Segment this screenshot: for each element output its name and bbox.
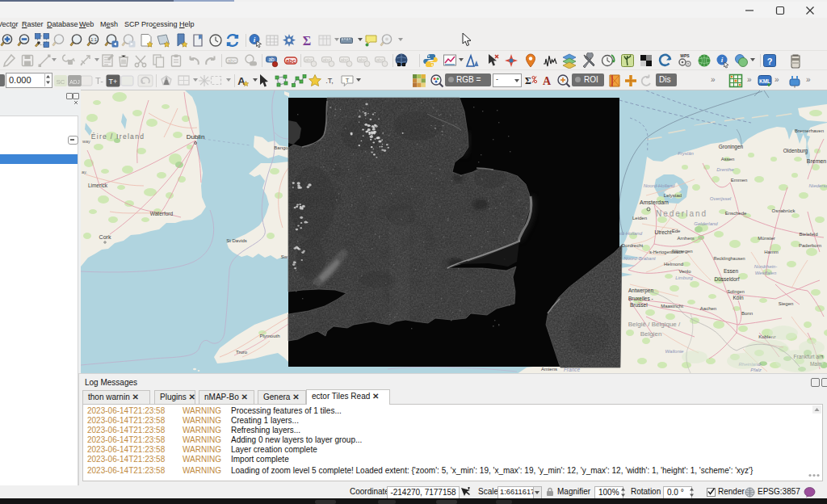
svg-text:Oldenburg: Oldenburg [783, 148, 808, 154]
svg-text:Helmond: Helmond [664, 262, 683, 267]
svg-text:Düsseldorf: Düsseldorf [714, 276, 739, 282]
svg-text:Solingen: Solingen [727, 289, 744, 294]
svg-text:Bonn: Bonn [741, 311, 753, 316]
svg-text:ADJ: ADJ [69, 79, 79, 85]
svg-text:.T,: .T, [325, 77, 334, 85]
svg-text:België / Belgique /: België / Belgique / [628, 321, 681, 328]
svg-text:abc: abc [286, 58, 296, 64]
svg-text:Bremen: Bremen [807, 158, 827, 164]
svg-text:St Davids: St Davids [226, 238, 247, 243]
svg-text:Ede: Ede [672, 229, 681, 233]
svg-text:Arnhem: Arnhem [677, 236, 694, 241]
svg-text:Hamm: Hamm [764, 250, 779, 254]
svg-text:Plymouth: Plymouth [259, 334, 279, 338]
svg-text:Münster: Münster [758, 236, 775, 241]
svg-text:Maastricht: Maastricht [661, 304, 683, 309]
svg-text:Amsterdam: Amsterdam [640, 200, 669, 205]
svg-text:Bangor: Bangor [274, 145, 289, 150]
svg-text:abc: abc [376, 57, 384, 62]
svg-text:Dordrecht: Dordrecht [622, 243, 644, 248]
svg-text:Aachen: Aachen [700, 306, 716, 311]
svg-text:Antwerpen: Antwerpen [628, 288, 653, 294]
svg-text:Recklinghausen: Recklinghausen [713, 256, 745, 261]
svg-text:s-Hertogenbosch: s-Hertogenbosch [649, 250, 683, 254]
svg-text:Limerick: Limerick [88, 183, 108, 188]
svg-text:Noord-Brabant: Noord-Brabant [623, 256, 656, 261]
svg-text:Utrecht: Utrecht [655, 229, 672, 235]
svg-text:ab: ab [268, 57, 275, 62]
svg-text:abc: abc [359, 57, 367, 62]
svg-text:Éire / Ireland: Éire / Ireland [91, 132, 145, 141]
svg-text:Brussel: Brussel [630, 302, 648, 308]
svg-text:?: ? [767, 57, 773, 66]
svg-text:Leiden: Leiden [632, 216, 647, 220]
svg-text:Cork: Cork [99, 234, 111, 240]
svg-text:Assen: Assen [721, 157, 735, 162]
svg-text:WPS: WPS [680, 53, 690, 58]
svg-text:A: A [543, 75, 552, 87]
svg-text:SC: SC [57, 78, 65, 86]
svg-text:Enschede: Enschede [725, 211, 747, 216]
svg-text:abc: abc [305, 57, 313, 62]
svg-text:T+: T+ [109, 78, 118, 86]
svg-text:Noord-Holland: Noord-Holland [644, 183, 675, 188]
svg-text:Groningen: Groningen [719, 144, 744, 150]
svg-text:KML: KML [759, 78, 770, 84]
svg-text:Nederland: Nederland [656, 209, 707, 218]
svg-text:Truro: Truro [236, 350, 248, 355]
svg-text:Nordrhein-: Nordrhein- [754, 264, 777, 269]
svg-text:way: way [82, 139, 90, 144]
svg-text:Siegen: Siegen [779, 301, 794, 306]
svg-text:Pfalz: Pfalz [750, 368, 761, 372]
svg-text:Waterford: Waterford [150, 211, 174, 216]
svg-text:1:1: 1:1 [90, 37, 97, 42]
svg-text:Σ: Σ [303, 34, 311, 48]
svg-text:Bielefeld: Bielefeld [799, 232, 817, 237]
svg-text:Fryslân: Fryslân [678, 151, 694, 156]
svg-text:ay.: ay. [82, 170, 87, 174]
svg-text:T-: T- [95, 76, 103, 86]
svg-text:Essen: Essen [724, 268, 738, 274]
svg-text:Amiens: Amiens [541, 367, 557, 372]
svg-text:abc: abc [341, 57, 349, 62]
svg-text:Overijssel: Overijssel [710, 196, 732, 201]
svg-text:Belgien: Belgien [640, 330, 662, 338]
svg-text:Westfalen: Westfalen [755, 271, 777, 275]
svg-text:Emmen: Emmen [731, 178, 748, 183]
svg-text:Limburg: Limburg [675, 275, 693, 280]
svg-text:Osnabrück: Osnabrück [771, 208, 796, 213]
svg-text:abc: abc [323, 57, 331, 62]
svg-text:abc: abc [228, 58, 237, 64]
svg-text:Bremerhaven: Bremerhaven [795, 128, 824, 133]
svg-text:Bruxelles -: Bruxelles - [628, 296, 653, 301]
svg-text:Paderborn: Paderborn [799, 243, 821, 248]
svg-text:Sw: Sw [281, 254, 288, 259]
svg-text:Σ: Σ [525, 75, 531, 86]
svg-text:Gelderland: Gelderland [694, 221, 718, 226]
svg-text:Drenthe: Drenthe [716, 167, 734, 172]
svg-text:Köln: Köln [733, 295, 743, 300]
svg-text:Lelystad: Lelystad [664, 193, 682, 198]
svg-text:Wallonie: Wallonie [665, 349, 685, 354]
svg-text:Dublin: Dublin [187, 133, 205, 141]
svg-text:T: T [346, 77, 350, 84]
svg-text:Niedersac: Niedersac [808, 183, 827, 188]
svg-text:Venlo: Venlo [678, 269, 691, 274]
